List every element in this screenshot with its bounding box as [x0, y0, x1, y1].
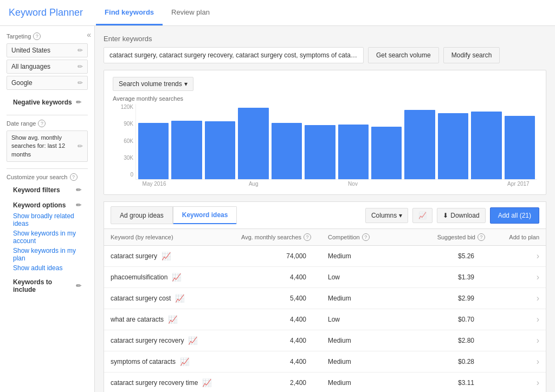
x-label-empty8 [469, 181, 502, 187]
targeting-country[interactable]: United States ✏ [7, 43, 88, 57]
avg-monthly-cell-4: 4,400 [241, 337, 328, 344]
download-button[interactable]: ⬇ Download [437, 208, 485, 223]
x-label-aug: Aug [237, 181, 270, 187]
edit-keyword-filters-icon[interactable]: ✏ [76, 186, 81, 194]
keyword-cell-1: phacoemulsification 📈 [111, 273, 241, 282]
show-keywords-plan[interactable]: Show keywords in my plan [7, 246, 88, 263]
add-plan-cell-3[interactable]: › [485, 315, 539, 324]
avg-monthly-cell-1: 4,400 [241, 273, 328, 281]
sidebar-divider-2 [7, 168, 88, 169]
tab-find-keywords[interactable]: Find keywords [96, 1, 163, 25]
table-row: cataract surgery 📈 74,000 Medium $5.26 › [104, 246, 546, 267]
show-keywords-account[interactable]: Show keywords in my account [7, 228, 88, 246]
competition-help-icon[interactable]: ? [362, 233, 370, 241]
sidebar-divider-1 [7, 115, 88, 115]
targeting-language[interactable]: All languages ✏ [7, 60, 88, 74]
date-range-item[interactable]: Show avg. monthly searches for: last 12 … [7, 130, 88, 162]
edit-keywords-to-include-icon[interactable]: ✏ [76, 282, 81, 290]
customize-help-icon[interactable]: ? [70, 173, 78, 181]
add-plan-cell-0[interactable]: › [485, 251, 539, 261]
keyword-cell-6: cataract surgery recovery time 📈 [111, 378, 241, 387]
date-range-help-icon[interactable]: ? [38, 120, 46, 127]
x-label-nov: Nov [336, 181, 369, 187]
edit-negative-keywords-icon[interactable]: ✏ [76, 99, 81, 106]
mini-chart-icon-2[interactable]: 📈 [175, 294, 184, 303]
add-all-button[interactable]: Add all (21) [490, 207, 539, 224]
bid-cell-0: $5.26 [415, 252, 485, 260]
negative-keywords-title: Negative keywords ✏ [7, 96, 88, 108]
customize-label: Customize your search ? [7, 173, 88, 181]
table-row: cataract surgery recovery time 📈 2,400 M… [104, 373, 546, 392]
bar-jun2016 [171, 121, 202, 179]
edit-network-icon[interactable]: ✏ [78, 79, 83, 87]
edit-language-icon[interactable]: ✏ [78, 63, 83, 70]
main-layout: « Targeting ? United States ✏ All langua… [0, 26, 555, 392]
show-adult-ideas[interactable]: Show adult ideas [7, 263, 88, 273]
bid-cell-3: $0.70 [415, 316, 485, 323]
table-row: symptoms of cataracts 📈 4,400 Medium $0.… [104, 351, 546, 373]
get-search-volume-button[interactable]: Get search volume [368, 47, 439, 63]
main-nav: Find keywords Review plan [96, 1, 218, 25]
add-plan-cell-1[interactable]: › [485, 272, 539, 282]
edit-country-icon[interactable]: ✏ [78, 47, 83, 54]
bar-dec2016 [371, 127, 402, 179]
y-tick-60k: 60K [113, 138, 133, 144]
edit-date-range-icon[interactable]: ✏ [78, 142, 83, 151]
tab-ad-group-ideas[interactable]: Ad group ideas [111, 206, 173, 224]
main-content: Enter keywords Get search volume Modify … [95, 26, 555, 392]
results-table: Keyword (by relevance) Avg. monthly sear… [104, 228, 546, 392]
x-label-apr2017: Apr 2017 [502, 181, 535, 187]
show-broadly-related[interactable]: Show broadly related ideas [7, 211, 88, 228]
x-label-empty2 [204, 181, 237, 187]
mini-chart-icon-0[interactable]: 📈 [162, 252, 171, 260]
keyword-input[interactable] [104, 47, 364, 63]
bar-oct2016 [305, 125, 335, 179]
bid-cell-6: $3.11 [415, 379, 485, 387]
avg-monthly-help-icon[interactable]: ? [304, 233, 311, 241]
suggested-bid-help-icon[interactable]: ? [477, 233, 485, 241]
columns-button[interactable]: Columns ▾ [365, 208, 408, 223]
enter-keywords-label: Enter keywords [104, 35, 546, 43]
keyword-cell-5: symptoms of cataracts 📈 [111, 357, 241, 366]
chart-icon: 📈 [418, 212, 427, 219]
y-tick-0: 0 [113, 172, 133, 178]
edit-keyword-options-icon[interactable]: ✏ [76, 201, 81, 209]
download-icon: ⬇ [443, 212, 448, 219]
modify-search-button[interactable]: Modify search [443, 47, 500, 63]
mini-chart-icon-1[interactable]: 📈 [172, 273, 181, 282]
bar-mar2017 [471, 112, 501, 179]
add-plan-cell-5[interactable]: › [485, 357, 539, 367]
chart-view-button[interactable]: 📈 [412, 208, 433, 223]
y-tick-90k: 90K [113, 121, 133, 127]
competition-cell-5: Medium [328, 358, 415, 365]
search-bar: Get search volume Modify search [104, 47, 546, 63]
chevron-down-icon: ▾ [399, 212, 402, 219]
keyword-cell-4: cataract surgery recovery 📈 [111, 336, 241, 345]
mini-chart-icon-3[interactable]: 📈 [168, 315, 177, 324]
add-plan-cell-2[interactable]: › [485, 293, 539, 303]
add-plan-cell-6[interactable]: › [485, 378, 539, 388]
add-plan-cell-4[interactable]: › [485, 336, 539, 345]
targeting-help-icon[interactable]: ? [33, 32, 41, 40]
sidebar-collapse-btn[interactable]: « [87, 30, 91, 39]
tab-review-plan[interactable]: Review plan [163, 1, 218, 25]
x-label-empty7 [436, 181, 469, 187]
bar-jul2016 [205, 121, 235, 179]
keyword-cell-2: cataract surgery cost 📈 [111, 294, 241, 303]
chart-dropdown-btn[interactable]: Search volume trends ▾ [113, 77, 193, 91]
table-row: what are cataracts 📈 4,400 Low $0.70 › [104, 309, 546, 330]
mini-chart-icon-6[interactable]: 📈 [202, 378, 211, 387]
x-label-empty4 [303, 181, 336, 187]
bar-chart [135, 104, 537, 180]
col-add-to-plan: Add to plan [485, 233, 539, 241]
chart-y-label: Average monthly searches [113, 95, 537, 102]
mini-chart-icon-5[interactable]: 📈 [180, 357, 189, 366]
avg-monthly-cell-5: 4,400 [241, 358, 328, 365]
tab-keyword-ideas[interactable]: Keyword ideas [173, 206, 237, 224]
sidebar-customize-section: Customize your search ? Keyword filters … [0, 173, 94, 296]
targeting-network[interactable]: Google ✏ [7, 76, 88, 90]
col-keyword: Keyword (by relevance) [111, 233, 241, 241]
keywords-to-include-title: Keywords to include ✏ [7, 276, 88, 296]
mini-chart-icon-4[interactable]: 📈 [188, 336, 197, 345]
x-label-empty5 [370, 181, 403, 187]
